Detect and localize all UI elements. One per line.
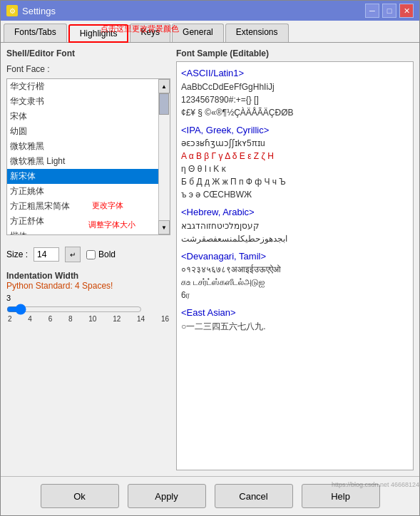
tab-fonts-tabs[interactable]: Fonts/Tabs (4, 24, 67, 42)
slider-labels: 246810121416 (6, 315, 170, 323)
tab-extensions[interactable]: Extensions (225, 24, 289, 42)
sample-line: əɛɔɜʁɦʒɯɔʃʃɪkʏ5πɪu (181, 137, 409, 150)
font-sample-box[interactable]: <ASCII/Latin1>AaBbCcDdEeFfGgHhIiJj123456… (176, 61, 414, 470)
minimize-button[interactable]: ─ (365, 4, 379, 18)
title-bar-controls: ─ □ ✕ (365, 4, 414, 18)
left-panel: Shell/Editor Font Font Face : 华文行楷华文隶书宋体… (6, 48, 170, 470)
tabs-row: Fonts/Tabs Highlights Keys General Exten… (1, 21, 419, 43)
shell-editor-font-label: Shell/Editor Font (6, 48, 170, 58)
sample-heading: <ASCII/Latin1> (181, 66, 409, 81)
sample-heading: <Devanagari, Tamil> (181, 249, 409, 264)
slider-label: 8 (68, 315, 73, 323)
slider-label: 10 (88, 315, 96, 323)
slider-label: 16 (161, 315, 169, 323)
indent-subtitle: Python Standard: 4 Spaces! (6, 281, 170, 291)
font-list-item[interactable]: 方正粗黑宋简体 (7, 199, 170, 214)
size-decrement-btn[interactable]: ↵ (65, 247, 81, 262)
bottom-bar: OkApplyCancelHelp (1, 476, 419, 515)
slider-label: 2 (8, 315, 12, 323)
sample-line: קעסןמלכיטחזוהדגבא (181, 220, 409, 232)
sample-line: ъ э ə CŒCHBWЖ (181, 188, 409, 201)
sample-line: 1234567890#:+={} [] (181, 93, 409, 106)
font-list-item[interactable]: 华文隶书 (7, 94, 170, 109)
sample-line: கஉ டசர்ட்ஸ்கஸீடல்அடுஐ (181, 276, 409, 289)
font-list-item[interactable]: 宋体 (7, 109, 170, 124)
font-list-item[interactable]: 微软雅黑 Light (7, 154, 170, 169)
font-list-item[interactable]: 新宋体 (7, 169, 170, 184)
bold-checkbox[interactable] (86, 250, 96, 259)
help-button[interactable]: Help (302, 484, 380, 508)
slider-container: 3 246810121416 (6, 294, 170, 323)
settings-window: ⚙ Settings ─ □ ✕ 点击这里更改背景颜色 Fonts/Tabs H… (0, 0, 420, 516)
font-list: 华文行楷华文隶书宋体幼圆微软雅黑微软雅黑 Light新宋体方正姚体方正粗黑宋简体… (7, 79, 170, 235)
apply-button[interactable]: Apply (128, 484, 206, 508)
size-row: Size : ↵ Bold (6, 247, 170, 262)
sample-heading: <East Asian> (181, 306, 409, 320)
font-list-item[interactable]: 方正舒体 (7, 214, 170, 229)
sample-line: Α α Β β Γ γ Δ δ Ε ε Ζ ζ Η (181, 150, 409, 162)
scroll-down-btn[interactable]: ▼ (158, 220, 170, 234)
tab-keys[interactable]: Keys (130, 24, 170, 42)
indent-title: Indentation Width (6, 271, 170, 281)
sample-heading: <Hebrew, Arabic> (181, 205, 409, 220)
maximize-button[interactable]: □ (382, 4, 396, 18)
scroll-thumb[interactable] (159, 93, 169, 115)
size-input[interactable] (34, 247, 59, 262)
sample-line: ०१२३४५६७८९अआइईउऊएऐओ (181, 263, 409, 276)
slider-label: 6 (48, 315, 53, 323)
slider-label: 4 (28, 315, 32, 323)
right-panel: Font Sample (Editable) <ASCII/Latin1>AaB… (176, 48, 414, 470)
font-list-container[interactable]: 华文行楷华文隶书宋体幼圆微软雅黑微软雅黑 Light新宋体方正姚体方正粗黑宋简体… (6, 78, 170, 235)
bold-label: Bold (98, 249, 116, 259)
font-list-item[interactable]: 华文行楷 (7, 79, 170, 94)
slider-track (6, 304, 170, 315)
sample-line: ○一二三四五六七八九. (181, 320, 409, 333)
title-bar: ⚙ Settings ─ □ ✕ (1, 1, 419, 21)
window-icon: ⚙ (6, 5, 18, 16)
bold-checkbox-group: Bold (86, 249, 116, 259)
content-area: Shell/Editor Font Font Face : 华文行楷华文隶书宋体… (1, 43, 419, 476)
font-face-label: Font Face : (6, 64, 170, 74)
sample-line: ¢£¥ § ©«®¶½ÇÀÄÅÃÄÇÐØB (181, 106, 409, 119)
sample-line: η Θ θ Ι ι Κ κ (181, 162, 409, 175)
font-list-item[interactable]: 方正姚体 (7, 184, 170, 199)
sample-line: ابجدهوزحطيكلمنسعفصقرشت (181, 232, 409, 245)
scroll-up-btn[interactable]: ▲ (158, 79, 170, 93)
window-title: Settings (22, 6, 56, 16)
font-list-item[interactable]: 幼圆 (7, 124, 170, 139)
title-bar-left: ⚙ Settings (6, 5, 56, 16)
scrollbar[interactable]: ▲ ▼ (158, 79, 170, 234)
sample-heading: <IPA, Greek, Cyrillic> (181, 123, 409, 138)
tab-general[interactable]: General (172, 24, 224, 42)
ok-button[interactable]: Ok (41, 484, 119, 508)
font-sample-label: Font Sample (Editable) (176, 48, 414, 58)
font-list-item[interactable]: 微软雅黑 (7, 139, 170, 154)
sample-line: Б б Д д Ж ж П п Ф ф Ч ч Ъ (181, 175, 409, 188)
slider-label: 12 (113, 315, 121, 323)
close-button[interactable]: ✕ (399, 4, 414, 18)
font-list-item[interactable]: 楷体 (7, 229, 170, 235)
sample-line: 6ர (181, 289, 409, 301)
cancel-button[interactable]: Cancel (215, 484, 293, 508)
slider-label: 14 (137, 315, 145, 323)
sample-line: AaBbCcDdEeFfGgHhIiJj (181, 81, 409, 93)
size-label: Size : (6, 249, 28, 259)
tab-highlights[interactable]: Highlights (68, 24, 129, 43)
indent-section: Indentation Width Python Standard: 4 Spa… (6, 271, 170, 323)
indent-slider[interactable] (6, 304, 142, 315)
slider-value: 3 (6, 294, 170, 302)
